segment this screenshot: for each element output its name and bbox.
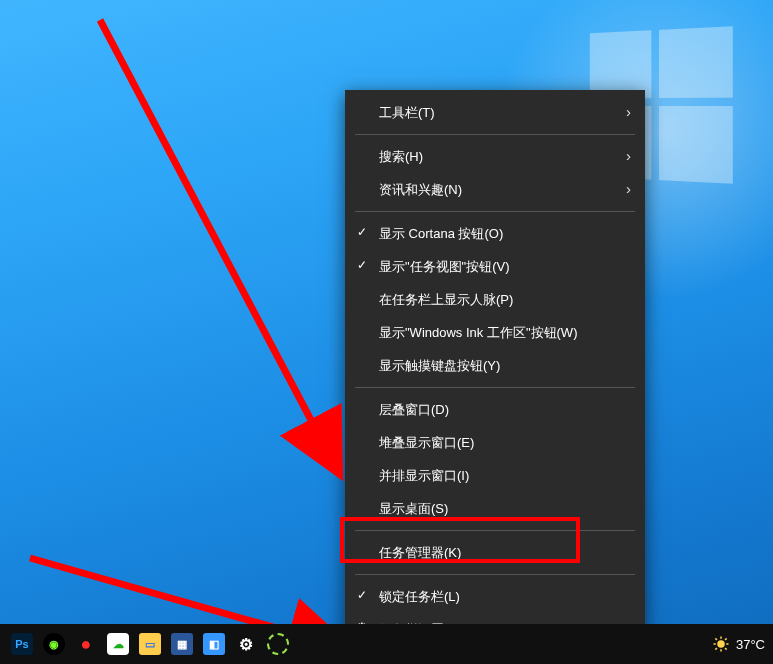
svg-line-0	[100, 20, 340, 475]
menu-separator	[355, 211, 635, 212]
menu-search[interactable]: 搜索(H)	[345, 140, 645, 173]
taskbar-app-wechat[interactable]: ☁	[102, 624, 134, 664]
taskbar-app-record[interactable]: ●	[70, 624, 102, 664]
menu-show-desktop[interactable]: 显示桌面(S)	[345, 492, 645, 525]
menu-news-interests[interactable]: 资讯和兴趣(N)	[345, 173, 645, 206]
taskbar-app-photoshop[interactable]: Ps	[6, 624, 38, 664]
taskbar-app-settings[interactable]: ⚙	[230, 624, 262, 664]
dashed-circle-icon	[267, 633, 289, 655]
folder-icon: ▭	[139, 633, 161, 655]
menu-show-touch-keyboard[interactable]: 显示触摸键盘按钮(Y)	[345, 349, 645, 382]
record-icon: ●	[75, 633, 97, 655]
menu-show-ink[interactable]: 显示"Windows Ink 工作区"按钮(W)	[345, 316, 645, 349]
wechat-icon: ☁	[107, 633, 129, 655]
photoshop-icon: Ps	[11, 633, 33, 655]
svg-line-8	[725, 648, 727, 650]
menu-label: 工具栏(T)	[379, 104, 435, 122]
menu-label: 显示 Cortana 按钮(O)	[379, 225, 503, 243]
menu-show-people[interactable]: 在任务栏上显示人脉(P)	[345, 283, 645, 316]
menu-label: 在任务栏上显示人脉(P)	[379, 291, 513, 309]
gear-icon: ⚙	[235, 633, 257, 655]
menu-label: 层叠窗口(D)	[379, 401, 449, 419]
menu-toolbars[interactable]: 工具栏(T)	[345, 96, 645, 129]
taskbar-tray[interactable]: 37°C	[712, 624, 765, 664]
menu-cascade[interactable]: 层叠窗口(D)	[345, 393, 645, 426]
svg-point-2	[717, 640, 725, 648]
menu-task-manager[interactable]: 任务管理器(K)	[345, 536, 645, 569]
menu-label: 显示桌面(S)	[379, 500, 448, 518]
taskbar-app-7[interactable]: ◧	[198, 624, 230, 664]
menu-separator	[355, 387, 635, 388]
menu-lock-taskbar[interactable]: 锁定任务栏(L)	[345, 580, 645, 613]
menu-label: 并排显示窗口(I)	[379, 467, 469, 485]
menu-label: 显示"Windows Ink 工作区"按钮(W)	[379, 324, 577, 342]
app6-icon: ▦	[171, 633, 193, 655]
temperature-text: 37°C	[736, 637, 765, 652]
svg-line-9	[715, 648, 717, 650]
svg-line-7	[715, 638, 717, 640]
menu-label: 显示触摸键盘按钮(Y)	[379, 357, 500, 375]
menu-sidebyside[interactable]: 并排显示窗口(I)	[345, 459, 645, 492]
weather-icon	[712, 635, 730, 653]
menu-separator	[355, 134, 635, 135]
menu-stacked[interactable]: 堆叠显示窗口(E)	[345, 426, 645, 459]
menu-show-cortana[interactable]: 显示 Cortana 按钮(O)	[345, 217, 645, 250]
taskbar-context-menu: 工具栏(T) 搜索(H) 资讯和兴趣(N) 显示 Cortana 按钮(O) 显…	[345, 90, 645, 652]
svg-line-10	[725, 638, 727, 640]
taskbar-app-360[interactable]: ◉	[38, 624, 70, 664]
menu-label: 显示"任务视图"按钮(V)	[379, 258, 510, 276]
menu-label: 搜索(H)	[379, 148, 423, 166]
menu-show-taskview[interactable]: 显示"任务视图"按钮(V)	[345, 250, 645, 283]
menu-label: 锁定任务栏(L)	[379, 588, 460, 606]
menu-separator	[355, 530, 635, 531]
taskbar-pinned-apps: Ps ◉ ● ☁ ▭ ▦ ◧ ⚙	[0, 624, 294, 664]
desktop[interactable]: 工具栏(T) 搜索(H) 资讯和兴趣(N) 显示 Cortana 按钮(O) 显…	[0, 0, 773, 664]
menu-label: 任务管理器(K)	[379, 544, 461, 562]
taskbar-app-6[interactable]: ▦	[166, 624, 198, 664]
menu-separator	[355, 574, 635, 575]
taskbar[interactable]: Ps ◉ ● ☁ ▭ ▦ ◧ ⚙ 37°C	[0, 624, 773, 664]
menu-label: 资讯和兴趣(N)	[379, 181, 462, 199]
app7-icon: ◧	[203, 633, 225, 655]
360-icon: ◉	[43, 633, 65, 655]
menu-label: 堆叠显示窗口(E)	[379, 434, 474, 452]
taskbar-app-dashed[interactable]	[262, 624, 294, 664]
taskbar-app-explorer[interactable]: ▭	[134, 624, 166, 664]
